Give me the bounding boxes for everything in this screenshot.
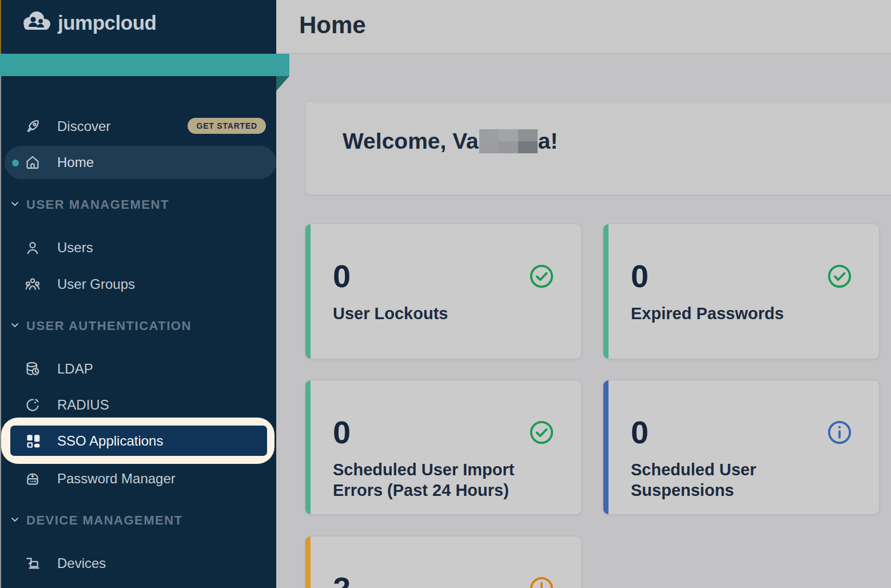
stat-card-scheduled-suspensions[interactable]: 0 Scheduled User Suspensions [603, 380, 880, 515]
app-grid-icon [24, 432, 42, 450]
sso-highlight-annotation: SSO Applications [1, 418, 275, 464]
stat-card-expired-passwords[interactable]: 0 Expired Passwords [603, 224, 880, 359]
rocket-icon [24, 118, 41, 135]
database-clock-icon [24, 360, 41, 378]
welcome-card: Welcome, Vaa! [305, 101, 891, 195]
user-group-icon [24, 276, 41, 293]
sidebar-item-label: User Groups [57, 276, 135, 292]
stat-value: 0 [631, 257, 649, 295]
stat-label: Scheduled User Import Errors (Past 24 Ho… [333, 459, 533, 501]
sidebar-item-label: Users [57, 240, 93, 256]
active-indicator-dot [12, 160, 19, 166]
section-label: USER MANAGEMENT [26, 197, 169, 212]
redacted-name-blur [479, 129, 538, 153]
user-icon [24, 239, 41, 256]
stat-label: Expired Passwords [631, 303, 784, 324]
chevron-down-icon [10, 515, 19, 526]
sidebar-item-label: Devices [57, 555, 106, 571]
welcome-text-suffix: a! [538, 129, 558, 154]
stat-label: User Lockouts [333, 303, 448, 324]
section-label: USER AUTHENTICATION [26, 319, 192, 333]
sidebar: jumpcloud Discover GET STARTED Home USER… [1, 0, 276, 588]
vault-icon [24, 470, 41, 487]
jumpcloud-logo[interactable]: jumpcloud [20, 10, 156, 35]
logo-wordmark: jumpcloud [58, 11, 156, 34]
stat-card-user-lockouts[interactable]: 0 User Lockouts [305, 224, 582, 359]
sidebar-item-password-manager[interactable]: Password Manager [1, 463, 276, 495]
radar-icon [24, 396, 41, 414]
welcome-text-prefix: Welcome, Va [343, 129, 479, 154]
brand-accent-ribbon [0, 54, 289, 76]
check-circle-icon [528, 263, 555, 289]
check-circle-icon [826, 263, 853, 289]
get-started-badge: GET STARTED [188, 118, 266, 134]
page-header: Home [276, 0, 891, 54]
sidebar-item-home[interactable]: Home [1, 146, 276, 179]
sidebar-item-users[interactable]: Users [1, 232, 276, 264]
stat-value: 0 [631, 414, 649, 451]
cloud-logo-icon [20, 10, 53, 35]
home-icon [24, 154, 41, 171]
sidebar-item-label: Home [57, 154, 94, 170]
sidebar-item-label: SSO Applications [57, 433, 163, 449]
alert-circle-icon [528, 575, 555, 588]
check-circle-icon [528, 419, 555, 446]
sidebar-item-label: RADIUS [57, 397, 109, 413]
sidebar-item-label: Password Manager [57, 471, 176, 487]
welcome-message: Welcome, Vaa! [343, 129, 558, 154]
page-title: Home [299, 11, 366, 39]
stat-card-scheduled-import-errors[interactable]: 0 Scheduled User Import Errors (Past 24 … [305, 380, 582, 515]
chevron-down-icon [10, 199, 19, 210]
sidebar-item-discover[interactable]: Discover GET STARTED [1, 110, 276, 142]
sidebar-item-user-groups[interactable]: User Groups [1, 268, 276, 300]
sidebar-item-label: Discover [57, 118, 110, 134]
sidebar-item-label: LDAP [57, 361, 93, 377]
sidebar-item-radius[interactable]: RADIUS [1, 389, 276, 421]
stat-value: 2 [333, 570, 351, 588]
stat-value: 0 [333, 257, 351, 295]
info-circle-icon [826, 419, 853, 446]
stat-value: 0 [333, 414, 351, 451]
stat-label: Scheduled User Suspensions [631, 459, 831, 501]
active-item-highlight [5, 146, 276, 179]
chevron-down-icon [10, 320, 19, 332]
sidebar-item-sso-applications[interactable]: SSO Applications [10, 426, 267, 456]
sidebar-item-devices[interactable]: Devices [1, 547, 276, 579]
section-label: DEVICE MANAGEMENT [26, 513, 183, 528]
devices-icon [24, 555, 41, 572]
window-edge [0, 0, 1, 588]
stat-card-bottom-partial[interactable]: 2 [305, 536, 582, 588]
sidebar-item-ldap[interactable]: LDAP [1, 353, 276, 385]
